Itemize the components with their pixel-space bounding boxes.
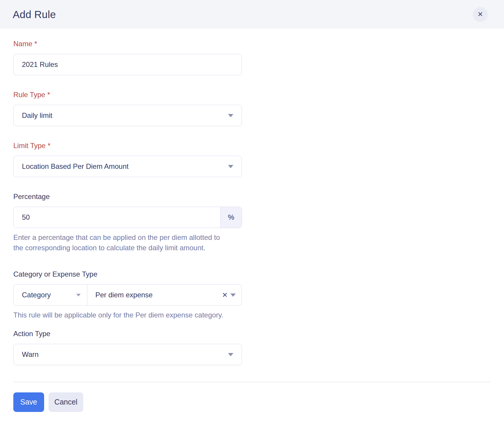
percentage-input[interactable] xyxy=(14,207,220,228)
save-button[interactable]: Save xyxy=(13,392,44,412)
category-combo: Category Per diem expense ✕ xyxy=(13,284,242,306)
percentage-field-group: Percentage % Enter a percentage that can… xyxy=(13,192,491,253)
cancel-button[interactable]: Cancel xyxy=(49,392,83,412)
name-field-group: Name* xyxy=(13,39,491,75)
page-title: Add Rule xyxy=(13,9,56,20)
category-field-group: Category or Expense Type Category Per di… xyxy=(13,269,491,320)
percentage-help-text: Enter a percentage that can be applied o… xyxy=(13,232,231,253)
percentage-input-wrap: % xyxy=(13,207,242,228)
rule-type-select[interactable]: Daily limit xyxy=(13,105,242,126)
chevron-down-icon xyxy=(76,294,81,296)
name-label: Name* xyxy=(13,39,491,49)
action-type-field-group: Action Type Warn xyxy=(13,329,491,365)
chevron-down-icon xyxy=(228,114,233,117)
limit-type-selected-value: Location Based Per Diem Amount xyxy=(22,162,129,171)
rule-type-selected-value: Daily limit xyxy=(22,111,52,120)
close-button[interactable]: ✕ xyxy=(473,7,488,22)
action-type-selected-value: Warn xyxy=(22,350,38,359)
percentage-label: Percentage xyxy=(13,192,491,201)
name-input[interactable] xyxy=(13,54,242,75)
action-type-select[interactable]: Warn xyxy=(13,344,242,365)
category-type-selected-value: Category xyxy=(22,291,51,299)
percentage-suffix: % xyxy=(220,207,242,228)
rule-type-label: Rule Type* xyxy=(13,90,491,100)
footer-actions: Save Cancel xyxy=(13,392,491,420)
limit-type-select[interactable]: Location Based Per Diem Amount xyxy=(13,156,242,177)
category-label: Category or Expense Type xyxy=(13,269,491,279)
category-value-select[interactable]: Per diem expense ✕ xyxy=(87,285,242,305)
limit-type-field-group: Limit Type* Location Based Per Diem Amou… xyxy=(13,141,491,177)
required-asterisk: * xyxy=(34,40,37,48)
footer-divider xyxy=(13,382,491,382)
category-selected-value: Per diem expense xyxy=(95,291,153,299)
required-asterisk: * xyxy=(47,91,50,99)
chevron-down-icon xyxy=(230,293,236,297)
clear-selection-icon[interactable]: ✕ xyxy=(222,292,228,299)
category-type-select[interactable]: Category xyxy=(14,285,87,305)
rule-type-field-group: Rule Type* Daily limit xyxy=(13,90,491,126)
dialog-body: Name* Rule Type* Daily limit Limit Type*… xyxy=(0,29,504,420)
close-icon: ✕ xyxy=(477,11,483,18)
dialog-header: Add Rule ✕ xyxy=(0,0,504,29)
chevron-down-icon xyxy=(228,165,233,168)
required-asterisk: * xyxy=(48,142,50,150)
limit-type-label: Limit Type* xyxy=(13,141,491,150)
category-help-text: This rule will be applicable only for th… xyxy=(13,310,231,320)
chevron-down-icon xyxy=(228,353,233,356)
action-type-label: Action Type xyxy=(13,329,491,338)
